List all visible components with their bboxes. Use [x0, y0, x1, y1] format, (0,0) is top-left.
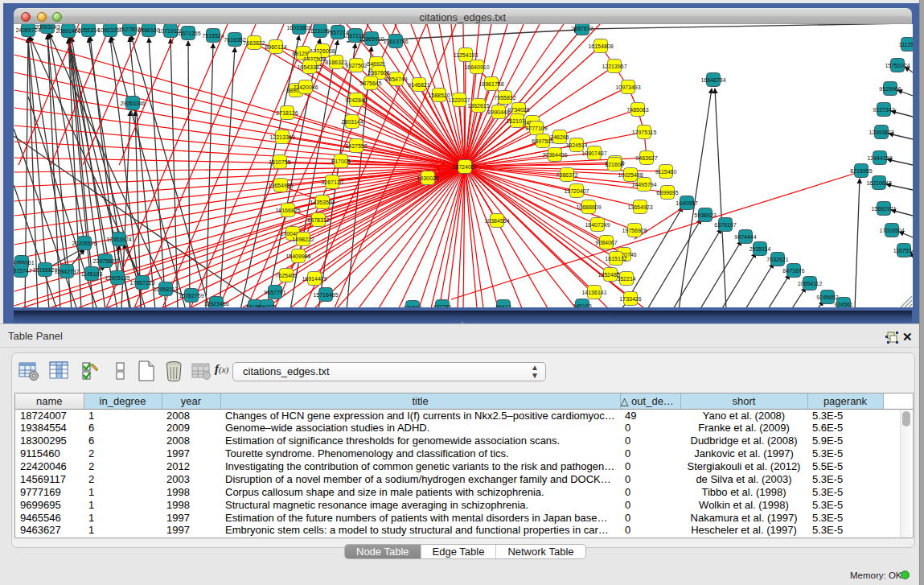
svg-text:19654985: 19654985: [268, 183, 293, 188]
svg-text:13654923: 13654923: [627, 204, 652, 210]
svg-text:16671355: 16671355: [175, 31, 200, 36]
svg-text:12905135: 12905135: [105, 275, 129, 281]
svg-text:12942737: 12942737: [54, 269, 79, 274]
svg-text:12093822: 12093822: [869, 130, 893, 135]
svg-text:9529966: 9529966: [879, 86, 901, 92]
svg-text:12213967: 12213967: [602, 64, 626, 69]
svg-text:9242848: 9242848: [345, 97, 367, 103]
svg-text:14136141: 14136141: [581, 290, 606, 295]
svg-text:621600: 621600: [605, 162, 623, 167]
svg-text:10654112: 10654112: [797, 281, 822, 286]
svg-text:2055334: 2055334: [77, 27, 99, 33]
svg-text:16640910: 16640910: [464, 64, 489, 70]
svg-text:9657791: 9657791: [264, 290, 285, 295]
svg-text:14495794: 14495794: [631, 182, 656, 187]
svg-text:2687672: 2687672: [571, 26, 593, 31]
svg-text:2803144: 2803144: [341, 119, 363, 125]
svg-text:19166825: 19166825: [275, 208, 300, 213]
svg-text:15751074: 15751074: [885, 63, 910, 68]
svg-text:7485063: 7485063: [626, 107, 648, 113]
svg-text:19756928: 19756928: [622, 228, 647, 233]
svg-text:8990448: 8990448: [487, 109, 509, 115]
svg-text:8427552: 8427552: [345, 143, 367, 149]
svg-text:8215955: 8215955: [850, 168, 872, 174]
svg-text:5938923: 5938923: [694, 212, 716, 218]
svg-text:10807487: 10807487: [581, 150, 606, 156]
svg-text:3915747: 3915747: [14, 268, 32, 274]
svg-text:1733426: 1733426: [619, 296, 641, 302]
svg-text:15692971: 15692971: [871, 206, 896, 212]
svg-text:2718126: 2718126: [276, 110, 298, 116]
svg-text:22420046: 22420046: [293, 84, 318, 90]
svg-text:16210643: 16210643: [866, 180, 891, 186]
svg-text:8454749: 8454749: [385, 76, 407, 82]
svg-text:12353924: 12353924: [106, 237, 131, 242]
svg-text:145163: 145163: [573, 303, 591, 308]
svg-text:1145193: 1145193: [80, 271, 102, 277]
svg-text:111254: 111254: [898, 42, 912, 47]
svg-text:8186323: 8186323: [325, 60, 347, 65]
svg-text:8960124: 8960124: [265, 44, 286, 50]
svg-text:96412: 96412: [495, 304, 511, 308]
svg-text:16648784: 16648784: [700, 77, 725, 83]
svg-text:16543382: 16543382: [297, 64, 322, 70]
svg-text:17975115: 17975115: [631, 130, 656, 135]
svg-text:14353594: 14353594: [310, 200, 335, 205]
svg-text:18724007: 18724007: [452, 164, 477, 170]
svg-text:7955812: 7955812: [494, 95, 515, 101]
svg-text:1498222: 1498222: [292, 237, 314, 242]
svg-text:13720407: 13720407: [564, 188, 589, 194]
svg-text:16865910: 16865910: [359, 36, 384, 42]
svg-text:19384554: 19384554: [484, 218, 509, 224]
svg-text:16914479: 16914479: [302, 276, 326, 282]
svg-text:16154808: 16154808: [588, 43, 613, 49]
svg-text:1930025: 1930025: [417, 175, 438, 181]
svg-text:17957223: 17957223: [129, 280, 154, 286]
svg-text:437781: 437781: [433, 304, 451, 308]
svg-text:7616352: 7616352: [224, 37, 245, 43]
svg-text:10973493: 10973493: [615, 84, 640, 90]
svg-text:15409948: 15409948: [285, 253, 310, 259]
svg-text:746266: 746266: [550, 134, 569, 140]
svg-text:9777109: 9777109: [525, 126, 547, 131]
svg-text:1362615: 1362615: [467, 103, 489, 109]
svg-text:7625402: 7625402: [275, 273, 297, 278]
svg-text:5875645: 5875645: [359, 80, 381, 86]
svg-text:9227342: 9227342: [873, 107, 894, 113]
svg-text:9474444: 9474444: [734, 234, 756, 240]
svg-text:9734028: 9734028: [507, 107, 529, 113]
svg-text:1167534: 1167534: [893, 248, 912, 253]
svg-text:16961758: 16961758: [478, 81, 503, 87]
svg-text:1640957: 1640957: [676, 200, 697, 206]
svg-text:19613796: 19613796: [383, 39, 408, 44]
svg-text:2935114: 2935114: [749, 246, 770, 252]
svg-text:12923466: 12923466: [203, 301, 228, 307]
svg-text:18407249: 18407249: [585, 222, 610, 228]
svg-text:9245652: 9245652: [816, 295, 838, 300]
svg-text:9327502: 9327502: [345, 63, 367, 68]
svg-text:29053346: 29053346: [120, 101, 145, 106]
svg-text:6899695: 6899695: [656, 190, 678, 196]
svg-text:121589: 121589: [403, 305, 421, 308]
svg-text:6379197: 6379197: [714, 222, 736, 228]
svg-text:23975887: 23975887: [92, 258, 117, 264]
svg-text:11254193: 11254193: [453, 52, 478, 58]
svg-text:6466160: 6466160: [138, 27, 159, 33]
svg-text:3824514: 3824514: [565, 142, 587, 148]
svg-text:1588520: 1588520: [428, 93, 450, 98]
svg-text:2367608: 2367608: [368, 70, 389, 76]
svg-text:9463627: 9463627: [635, 155, 657, 161]
svg-text:17016504: 17016504: [879, 228, 904, 233]
svg-text:12444159: 12444159: [867, 155, 892, 161]
svg-text:9084067: 9084067: [595, 240, 617, 245]
svg-text:16782759: 16782759: [179, 293, 203, 299]
svg-text:294275: 294275: [257, 304, 276, 308]
svg-text:20206576: 20206576: [72, 241, 97, 246]
svg-text:9115460: 9115460: [655, 169, 676, 175]
svg-text:3267130: 3267130: [321, 179, 343, 185]
svg-text:10025488: 10025488: [618, 172, 643, 178]
svg-text:12213349: 12213349: [269, 134, 294, 140]
svg-text:7663822: 7663822: [243, 40, 265, 46]
svg-text:10958117: 10958117: [153, 286, 178, 292]
svg-text:1615132: 1615132: [605, 256, 626, 262]
